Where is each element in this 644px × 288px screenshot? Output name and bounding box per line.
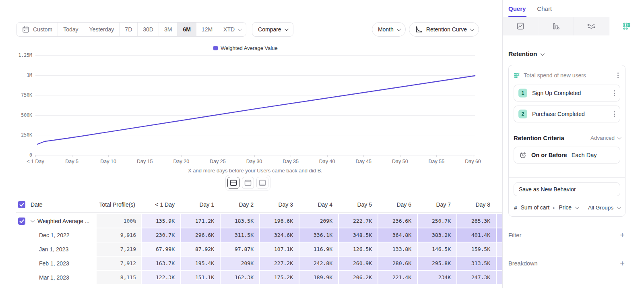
x-axis-tick-label: Day 55 (421, 159, 452, 164)
range-button-today[interactable]: Today (58, 23, 84, 36)
row-label-cell: Dec 1, 2022 (16, 228, 96, 242)
column-header-label: Day 2 (239, 201, 254, 208)
row-expand-chevron[interactable] (31, 218, 35, 222)
retention-value-cell: 196.6K (260, 214, 299, 228)
retention-criteria-label: Retention Criteria (514, 135, 564, 141)
range-button-3m[interactable]: 3M (159, 23, 178, 36)
retention-value-cell: 162.3K (221, 271, 259, 284)
x-axis-tick (291, 155, 291, 157)
group-by-dropdown[interactable]: All Groups (588, 205, 613, 211)
x-axis-tick (108, 155, 109, 157)
behavior-card: Total spend of new users 1 Sign Up Compl… (508, 65, 625, 217)
table-only-view-button[interactable] (256, 177, 268, 189)
range-label: 30D (143, 26, 153, 33)
retention-value-cell: 247.3K (457, 271, 496, 284)
compare-button[interactable]: Compare (252, 22, 293, 37)
column-header-day-5: Day 5 (339, 197, 378, 212)
retention-value-cell: 348.5K (339, 228, 378, 242)
x-axis-tick (473, 155, 473, 157)
checkbox-checked[interactable] (18, 201, 25, 208)
row-label: Mar 1, 2023 (39, 274, 69, 281)
range-button-12m[interactable]: 12M (196, 23, 218, 36)
split-view-button[interactable] (227, 177, 239, 189)
save-as-new-behavior-button[interactable]: Save as New Behavior (514, 182, 620, 196)
x-axis-tick (363, 155, 364, 157)
range-button-custom[interactable]: Custom (17, 23, 58, 36)
range-label: 7D (125, 26, 132, 33)
date-range-group: CustomTodayYesterday7D30D3M6M12MXTD (16, 22, 246, 37)
column-header-label: Date (31, 201, 43, 208)
table-body: Weighted Average ...100%135.9K171.2K183.… (16, 214, 502, 284)
row-label-cell: Mar 1, 2023 (16, 271, 96, 284)
add-breakdown-button[interactable]: + (620, 259, 625, 267)
query-sidebar: Query Chart Retention Total spend of new… (502, 0, 644, 288)
chart-type-button[interactable]: Retention Curve (409, 22, 479, 37)
event-step-1[interactable]: 1 Sign Up Completed (514, 85, 620, 102)
chevron-down-icon (238, 27, 242, 31)
report-tab-flows[interactable] (574, 17, 609, 35)
range-button-6m[interactable]: 6M (178, 23, 196, 36)
column-header-total-profile-s-: Total Profile(s) (97, 197, 141, 212)
range-button-30d[interactable]: 30D (138, 23, 159, 36)
range-label: Custom (33, 26, 52, 33)
x-axis-tick-label: Day 20 (166, 159, 196, 164)
chevron-down-icon (470, 27, 474, 31)
measure-property[interactable]: Price (559, 204, 572, 211)
compare-label: Compare (258, 26, 281, 33)
retention-section-dropdown[interactable]: Retention (508, 50, 625, 58)
column-header-label: Day 4 (318, 201, 332, 208)
event-index-badge: 1 (518, 89, 527, 97)
measure-label[interactable]: Sum of cart (521, 204, 550, 211)
report-tab-insights[interactable] (503, 17, 538, 35)
add-filter-button[interactable]: + (620, 231, 625, 239)
range-button-7d[interactable]: 7D (120, 23, 138, 36)
criteria-mode-dropdown[interactable]: Advanced (590, 135, 620, 141)
x-axis-tick-label: Day 10 (93, 159, 124, 164)
x-axis-tick-label: Day 40 (312, 159, 343, 164)
retention-value-cell: 206.2K (339, 271, 378, 284)
x-axis-tick-label: Day 5 (57, 159, 87, 164)
chart-type-label: Retention Curve (426, 26, 467, 33)
check-icon (18, 218, 25, 225)
criteria-condition-card[interactable]: On or Before Each Day (514, 147, 620, 164)
retention-value-cell: 151.1K (181, 271, 220, 284)
retention-value-cell: 67.99K (142, 242, 180, 256)
event-step-2[interactable]: 2 Purchase Completed (514, 106, 620, 122)
total-profiles-cell: 9,916 (97, 228, 141, 242)
y-axis-tick-label: 500K (16, 112, 32, 118)
column-header-label: Day 8 (475, 201, 490, 208)
report-tab-retention[interactable] (609, 17, 644, 35)
breakdown-label: Breakdown (508, 260, 538, 267)
column-header-partial (497, 197, 502, 212)
granularity-button[interactable]: Month (372, 22, 406, 37)
retention-value-cell: 126.5K (339, 242, 378, 256)
retention-value-cell: 364.8K (378, 228, 417, 242)
total-profiles-cell: 100% (97, 214, 141, 228)
retention-value-cell-partial (497, 228, 502, 242)
retention-value-cell-partial (497, 242, 502, 256)
report-tab-funnels[interactable] (538, 17, 574, 35)
retention-value-cell: 183.5K (221, 214, 259, 228)
event-label: Purchase Completed (532, 111, 585, 117)
retention-value-cell: 175.2K (260, 271, 299, 284)
column-header-label: Day 3 (278, 201, 293, 208)
x-axis-tick-label: Day 45 (348, 159, 379, 164)
tab-chart[interactable]: Chart (537, 0, 552, 17)
range-button-xtd[interactable]: XTD (218, 23, 246, 36)
breakdown-section: Breakdown + (508, 259, 625, 267)
retention-value-cell: 163.7K (142, 257, 180, 270)
column-header-day-3: Day 3 (260, 197, 299, 212)
x-axis-tick (35, 155, 36, 157)
tab-query[interactable]: Query (508, 0, 526, 17)
column-header-day-7: Day 7 (418, 197, 456, 212)
checkbox-checked[interactable] (18, 218, 25, 225)
column-header-label: Total Profile(s) (99, 201, 135, 208)
range-button-yesterday[interactable]: Yesterday (84, 23, 120, 36)
behavior-menu-button[interactable] (616, 71, 620, 80)
column-header-day-2: Day 2 (221, 197, 259, 212)
event-menu-button[interactable] (612, 110, 617, 118)
chart-only-view-button[interactable] (242, 177, 254, 189)
event-menu-button[interactable] (612, 89, 617, 97)
retention-value-cell: 311.5K (221, 228, 259, 242)
main-panel: CustomTodayYesterday7D30D3M6M12MXTD Comp… (0, 0, 502, 288)
